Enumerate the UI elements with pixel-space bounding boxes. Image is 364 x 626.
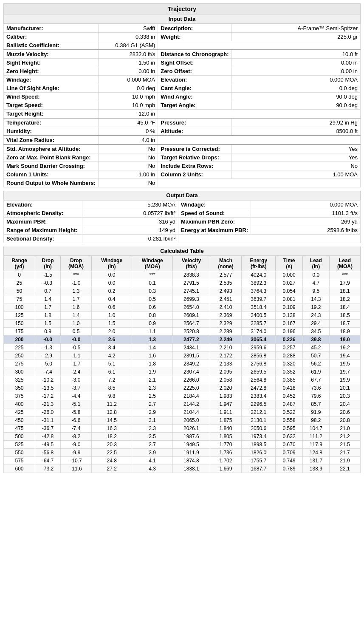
input-data-table: Manufacturer: Swift Description: A-Frame… [3,24,361,187]
col-windage-moa-header: Windage (MOA) [132,256,172,271]
vital-zone-row: Vital Zone Radius: 4.0 in [4,136,361,144]
range-max-height-label: Range of Maximum Height: [4,226,82,235]
table-row: 1001.71.60.60.62654.02.4103518.40.10919.… [4,303,361,312]
wind-angle-label: Wind Angle: [158,93,231,101]
manufacturer-row: Manufacturer: Swift Description: A-Frame… [4,24,361,33]
wind-angle-value: 90.0 deg [231,93,360,101]
los-row: Line Of Sight Angle: 0.0 deg Cant Angle:… [4,84,361,93]
col-time-header: Time (s) [276,256,302,271]
table-row: 325-10.2-3.07.22.12266.02.0582564.80.385… [4,376,361,384]
vital-zone-value: 4.0 in [99,136,158,144]
output-data-title: Output Data [3,191,361,200]
table-row: 751.41.70.40.52699.32.4513639.70.08114.3… [4,295,361,303]
table-row: 475-36.7-7.416.33.32026.11.8402050.60.59… [4,425,361,433]
manufacturer-label: Manufacturer: [4,24,99,33]
temperature-label: Temperature: [4,118,99,127]
energy-max-pbr-value: 2598.6 ft•lbs [251,226,361,235]
bc-row: Ballistic Coefficient: 0.384 G1 (ASM) [4,41,361,50]
target-height-row: Target Height: 12.0 in [4,110,361,119]
altitude-value: 8500.0 ft [231,127,360,136]
atm-density-label: Atmospheric Density: [4,209,82,218]
dist-chron-label: Distance to Chronograph: [158,50,231,59]
output-elevation-row: Elevation: 5.230 MOA Windage: 0.000 MOA [4,201,361,209]
target-height-label: Target Height: [4,110,99,119]
range-max-height-value: 149 yd [82,226,178,235]
wind-speed-label: Wind Speed: [4,93,99,101]
caliber-row: Caliber: 0.338 in Weight: 225.0 gr [4,33,361,41]
table-row: 300-7.4-2.46.11.92307.42.0952659.50.3526… [4,368,361,376]
col2-units-label: Column 2 Units: [158,170,231,179]
altitude-label: Altitude: [158,127,231,136]
weight-value: 225.0 gr [231,33,360,41]
sectional-density-row: Sectional Density: 0.281 lb/in² [4,235,361,243]
muzzle-vel-label: Muzzle Velocity: [4,50,99,59]
output-windage-label: Windage: [178,201,251,209]
col-energy-header: Energy (ft•lbs) [241,256,276,271]
target-rel-drops-value: Yes [231,153,360,162]
los-value: 0.0 deg [99,84,158,93]
output-data-table: Elevation: 5.230 MOA Windage: 0.000 MOA … [3,200,361,243]
zero-max-pbr-row: Zero at Max. Point Blank Range: No Targe… [4,153,361,162]
manufacturer-value: Swift [99,24,158,33]
wind-speed-value: 10.0 mph [99,93,158,101]
energy-max-pbr-label: Energy at Maximum PBR: [178,226,251,235]
target-rel-drops-label: Target Relative Drops: [158,153,231,162]
table-row: 500-42.8-8.218.23.51987.61.8051973.40.63… [4,433,361,441]
table-row: 225-1.3-0.53.41.42434.12.2102959.60.2574… [4,344,361,352]
bc-value: 0.384 G1 (ASM) [99,41,158,50]
target-angle-value: 90.0 deg [231,101,360,110]
zero-offset-label: Zero Offset: [158,67,231,76]
col-drop-header: Drop (in) [35,256,61,271]
pressure-value: 29.92 in Hg [231,118,360,127]
col-lead-moa-header: Lead (MOA) [329,256,360,271]
table-row: 200-0.0-0.02.61.32477.22.2493065.40.2263… [4,336,361,344]
table-row: 0-1.5***0.0***2838.32.5774024.00.0000.0*… [4,271,361,279]
sight-height-label: Sight Height: [4,59,99,67]
table-row: 1750.90.52.01.12520.82.2893174.00.19634.… [4,328,361,336]
round-output-row: Round Output to Whole Numbers: No [4,179,361,187]
include-extra-label: Include Extra Rows: [158,162,231,170]
std-atm-row: Std. Atmosphere at Altitude: No Pressure… [4,144,361,153]
max-pbr-zero-label: Maximum PBR Zero: [178,218,251,226]
main-container: Trajectory Input Data Manufacturer: Swif… [0,0,364,476]
sight-height-row: Sight Height: 1.50 in Sight Offset: 0.00… [4,59,361,67]
cant-value: 0.0 deg [231,84,360,93]
table-row: 25-0.3-1.00.00.12791.52.5353892.30.0274.… [4,279,361,287]
max-pbr-value: 316 yd [82,218,178,226]
windage-value: 0.000 MOA [99,76,158,84]
range-max-height-row: Range of Maximum Height: 149 yd Energy a… [4,226,361,235]
col1-units-value: 1.00 in [99,170,158,179]
round-output-label: Round Output to Whole Numbers: [4,179,99,187]
table-row: 600-73.2-11.627.24.31838.11.6691687.70.7… [4,465,361,473]
table-row: 275-5.0-1.75.11.82349.22.1332756.80.3205… [4,360,361,368]
muzzle-vel-value: 2832.0 ft/s [99,50,158,59]
calc-table-body: 0-1.5***0.0***2838.32.5774024.00.0000.0*… [4,271,361,473]
col-range-header: Range (yd) [4,256,35,271]
trajectory-title: Trajectory [3,3,361,14]
table-row: 525-49.5-9.020.33.71949.51.7701898.50.67… [4,441,361,449]
zero-max-pbr-label: Zero at Max. Point Blank Range: [4,153,99,162]
target-speed-label: Target Speed: [4,101,99,110]
zero-max-pbr-value: No [99,153,158,162]
humidity-row: Humidity: 0 % Altitude: 8500.0 ft [4,127,361,136]
sectional-density-value: 0.281 lb/in² [82,235,178,243]
speed-sound-label: Speed of Sound: [178,209,251,218]
output-windage-value: 0.000 MOA [251,201,361,209]
sight-offset-value: 0.00 in [231,59,360,67]
pressure-corrected-value: Yes [231,144,360,153]
table-row: 1251.81.41.00.82609.12.3693400.50.13824.… [4,312,361,320]
bc-label: Ballistic Coefficient: [4,41,99,50]
table-row: 375-17.2-4.49.82.52184.41.9832383.40.452… [4,392,361,400]
temperature-value: 45.0 °F [99,118,158,127]
description-value: A-Frame™ Semi-Spitzer [231,24,360,33]
description-label: Description: [158,24,231,33]
mark-sound-row: Mark Sound Barrier Crossing: No Include … [4,162,361,170]
table-row: 1501.51.01.50.92564.72.3293285.70.16729.… [4,320,361,328]
include-extra-value: No [231,162,360,170]
table-row: 350-13.5-3.78.52.32225.02.0202472.80.418… [4,384,361,392]
humidity-label: Humidity: [4,127,99,136]
table-row: 575-64.7-10.724.84.11874.81.7021755.70.7… [4,457,361,465]
col1-units-row: Column 1 Units: 1.00 in Column 2 Units: … [4,170,361,179]
std-atm-value: No [99,144,158,153]
temperature-row: Temperature: 45.0 °F Pressure: 29.92 in … [4,118,361,127]
